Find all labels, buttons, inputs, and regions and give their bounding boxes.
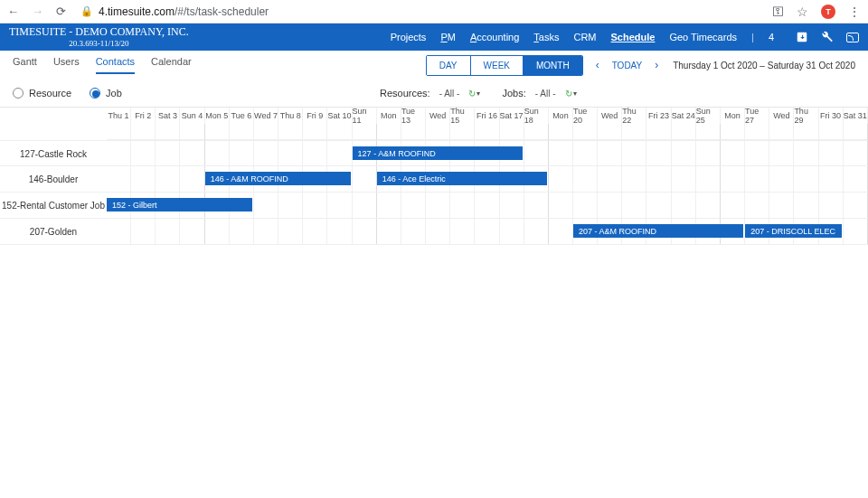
top-nav: ProjectsPMAccountingTasksCRMScheduleGeo … <box>391 31 859 43</box>
period-month-button[interactable]: MONTH <box>524 56 582 75</box>
column-header: Mon <box>377 108 401 124</box>
radio-job[interactable]: Job <box>90 88 122 99</box>
column-header: Sun 4 <box>180 108 204 124</box>
schedule-row: 207 - A&M ROOFIND207 - DRISCOLL ELEC <box>107 219 868 245</box>
row-label: 127-Castle Rock <box>0 141 107 167</box>
period-week-button[interactable]: WEEK <box>471 56 524 75</box>
profile-avatar[interactable]: T <box>821 5 835 19</box>
subtab-contacts[interactable]: Contacts <box>96 56 135 74</box>
column-header: Sat 31 <box>844 108 868 124</box>
row-label: 146-Boulder <box>0 166 107 193</box>
jobs-refresh-dropdown[interactable]: ↻▾ <box>565 89 577 99</box>
resources-refresh-dropdown[interactable]: ↻▾ <box>468 89 480 99</box>
column-header: Wed <box>426 108 450 124</box>
column-header: Tue 27 <box>745 108 769 124</box>
column-header: Sat 10 <box>327 108 352 124</box>
browser-reload[interactable]: ⟳ <box>56 5 66 18</box>
column-header: Sun 11 <box>353 108 377 124</box>
column-header: Sun 18 <box>524 108 549 124</box>
date-range-label: Thursday 1 Oct 2020 – Saturday 31 Oct 20… <box>673 61 855 70</box>
wrench-icon[interactable] <box>821 31 834 43</box>
address-bar[interactable]: 🔒 4.timesuite.com/#/ts/task-scheduler <box>75 5 763 18</box>
jobs-filter-label: Jobs: <box>502 88 525 99</box>
subtab-calendar[interactable]: Calendar <box>151 56 192 74</box>
top-nav-geo-timecards[interactable]: Geo Timecards <box>669 32 737 42</box>
task-bar[interactable]: 207 - A&M ROOFIND <box>573 224 743 238</box>
radio-resource[interactable]: Resource <box>13 88 71 99</box>
jobs-filter-value[interactable]: - All - <box>535 89 556 99</box>
top-nav-accounting[interactable]: Accounting <box>470 32 519 42</box>
browser-forward[interactable]: → <box>32 5 43 18</box>
period-toggle: DAY WEEK MONTH <box>426 55 583 76</box>
column-header: Tue 13 <box>401 108 426 124</box>
column-header: Fri 30 <box>819 108 844 124</box>
row-label: 207-Golden <box>0 219 107 245</box>
app-title: TIMESUITE - DEMO COMPANY, INC. <box>9 25 189 38</box>
notification-count[interactable]: 4 <box>769 32 774 42</box>
column-header: Sat 3 <box>156 108 180 124</box>
column-header: Fri 16 <box>475 108 499 124</box>
resources-filter-label: Resources: <box>380 88 430 99</box>
column-header: Thu 22 <box>622 108 646 124</box>
lock-icon: 🔒 <box>80 5 93 17</box>
column-header: Sat 24 <box>672 108 696 124</box>
column-header: Fri 23 <box>646 108 671 124</box>
task-bar[interactable]: 146 - A&M ROOFIND <box>205 172 351 185</box>
app-top-bar: TIMESUITE - DEMO COMPANY, INC. 20.3.693-… <box>0 23 868 51</box>
column-header: Tue 20 <box>573 108 598 124</box>
period-day-button[interactable]: DAY <box>427 56 471 75</box>
row-label: 152-Rental Customer Job <box>0 193 107 219</box>
column-header: Wed 7 <box>254 108 278 124</box>
schedule-grid: 127-Castle Rock146-Boulder152-Rental Cus… <box>0 107 868 245</box>
column-header: Fri 2 <box>131 108 156 124</box>
schedule-row: 146 - A&M ROOFIND146 - Ace Electric <box>107 166 868 193</box>
column-header: Mon <box>721 108 745 124</box>
task-bar[interactable]: 207 - DRISCOLL ELEC <box>745 224 842 238</box>
prev-period-button[interactable]: ‹ <box>596 59 599 71</box>
export-icon[interactable] <box>796 31 808 43</box>
top-nav-tasks[interactable]: Tasks <box>533 32 559 42</box>
resources-filter-value[interactable]: - All - <box>439 89 460 99</box>
column-header: Sat 17 <box>500 108 524 124</box>
browser-back[interactable]: ← <box>7 5 19 18</box>
url-text: 4.timesuite.com/#/ts/task-scheduler <box>99 5 269 18</box>
column-header: Thu 29 <box>794 108 818 124</box>
key-icon[interactable]: ⚿ <box>772 5 784 18</box>
column-header: Mon <box>549 108 573 124</box>
column-header: Tue 6 <box>230 108 254 124</box>
schedule-row: 127 - A&M ROOFIND <box>107 140 868 166</box>
column-header: Thu 8 <box>278 108 303 124</box>
cast-icon[interactable] <box>846 33 859 42</box>
column-header: Sun 25 <box>696 108 721 124</box>
bookmark-star-icon[interactable]: ☆ <box>797 5 808 19</box>
browser-chrome-bar: ← → ⟳ 🔒 4.timesuite.com/#/ts/task-schedu… <box>0 0 868 23</box>
schedule-row: 152 - Gilbert <box>107 193 868 219</box>
top-nav-pm[interactable]: PM <box>440 32 456 42</box>
sub-nav-row: GanttUsersContactsCalendar DAY WEEK MONT… <box>0 51 868 80</box>
column-header: Fri 9 <box>303 108 327 124</box>
subtab-gantt[interactable]: Gantt <box>13 56 37 74</box>
browser-menu-icon[interactable]: ⋮ <box>848 5 861 19</box>
top-nav-projects[interactable]: Projects <box>391 32 427 42</box>
app-version: 20.3.693-11/13/20 <box>9 39 189 49</box>
task-bar[interactable]: 127 - A&M ROOFIND <box>353 146 523 160</box>
task-bar[interactable]: 152 - Gilbert <box>107 198 252 211</box>
column-header: Mon 5 <box>205 108 230 124</box>
top-nav-schedule[interactable]: Schedule <box>611 32 656 42</box>
column-header: Wed <box>598 108 622 124</box>
column-header: Wed <box>769 108 794 124</box>
column-header: Thu 15 <box>450 108 475 124</box>
top-nav-crm[interactable]: CRM <box>573 32 596 42</box>
subtab-users[interactable]: Users <box>53 56 80 74</box>
column-header: Thu 1 <box>107 108 131 124</box>
today-button[interactable]: TODAY <box>612 61 643 70</box>
filter-row: Resource Job Resources: - All - ↻▾ Jobs:… <box>0 80 868 107</box>
next-period-button[interactable]: › <box>655 59 658 71</box>
task-bar[interactable]: 146 - Ace Electric <box>377 172 547 185</box>
